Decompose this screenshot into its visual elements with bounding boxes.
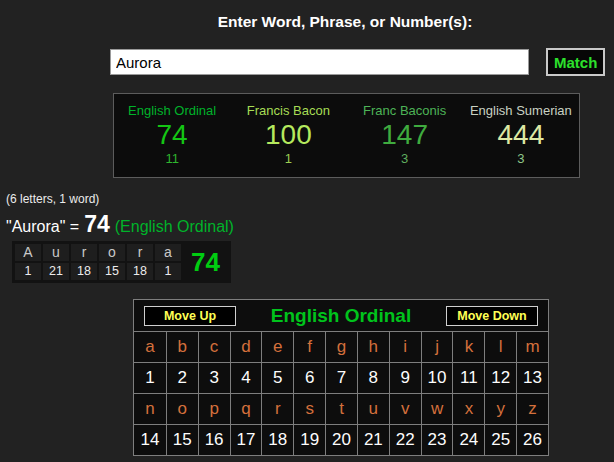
result-value: 74 (84, 211, 110, 238)
breakdown-total: 74 (191, 247, 220, 278)
chart-letter-cell: p (198, 394, 230, 424)
cipher-value[interactable]: 100 (230, 119, 346, 151)
chart-letter-cell: l (484, 332, 516, 362)
chart-letter-cell: c (198, 332, 230, 362)
result-phrase: "Aurora" = (6, 218, 79, 236)
chart-number-cell: 15 (166, 425, 198, 455)
cipher-card-francis-bacon[interactable]: Francis Bacon 100 1 (230, 94, 346, 177)
chart-number-cell: 24 (452, 425, 484, 455)
chart-letter-cell: f (293, 332, 325, 362)
chart-number-cell: 13 (516, 363, 548, 393)
breakdown-letter: A (15, 244, 41, 261)
cipher-card-english-ordinal[interactable]: English Ordinal 74 11 (114, 94, 230, 177)
chart-letter-cell: z (516, 394, 548, 424)
chart-letter-cell: o (166, 394, 198, 424)
chart-letter-cell: h (357, 332, 389, 362)
chart-letter-cell: x (452, 394, 484, 424)
chart-letter-cell: w (421, 394, 453, 424)
chart-number-cell: 20 (325, 425, 357, 455)
chart-number-cell: 19 (293, 425, 325, 455)
chart-number-cell: 21 (357, 425, 389, 455)
chart-letter-cell: a (134, 332, 166, 362)
chart-number-cell: 2 (166, 363, 198, 393)
breakdown-letter: u (43, 244, 69, 261)
page-title: Enter Word, Phrase, or Number(s): (100, 13, 590, 31)
chart-header: Move Up English Ordinal Move Down (134, 300, 548, 331)
chart-letter-cell: y (484, 394, 516, 424)
chart-letter-cell: q (230, 394, 262, 424)
breakdown-letter-value: 15 (99, 263, 125, 280)
chart-number-cell: 16 (198, 425, 230, 455)
breakdown-letter: r (71, 244, 97, 261)
breakdown-letter-value: 18 (127, 263, 153, 280)
cipher-name: Francis Bacon (230, 103, 346, 119)
cipher-value[interactable]: 147 (347, 119, 463, 151)
phrase-input[interactable] (110, 49, 529, 75)
cipher-reduction-value: 1 (230, 151, 346, 167)
chart-letter-cell: b (166, 332, 198, 362)
move-up-button[interactable]: Move Up (144, 306, 236, 326)
chart-letter-cell: t (325, 394, 357, 424)
chart-number-cell: 18 (261, 425, 293, 455)
chart-number-cell: 1 (134, 363, 166, 393)
chart-number-cell: 22 (389, 425, 421, 455)
chart-letter-cell: v (389, 394, 421, 424)
cipher-name: Franc Baconis (347, 103, 463, 119)
chart-letter-cell: r (261, 394, 293, 424)
chart-number-cell: 6 (293, 363, 325, 393)
result-cipher-name: (English Ordinal) (115, 218, 234, 236)
chart-number-cell: 3 (198, 363, 230, 393)
cipher-reduction-value: 3 (463, 151, 579, 167)
chart-number-cell: 10 (421, 363, 453, 393)
chart-number-cell: 17 (230, 425, 262, 455)
breakdown-letter-value: 1 (155, 263, 181, 280)
cipher-results-panel: English Ordinal 74 11 Francis Bacon 100 … (113, 93, 580, 178)
chart-number-cell: 25 (484, 425, 516, 455)
chart-letter-cell: n (134, 394, 166, 424)
cipher-card-english-sumerian[interactable]: English Sumerian 444 3 (463, 94, 579, 177)
cipher-card-franc-baconis[interactable]: Franc Baconis 147 3 (347, 94, 463, 177)
chart-letter-cell: m (516, 332, 548, 362)
breakdown-letter: a (155, 244, 181, 261)
chart-number-cell: 5 (261, 363, 293, 393)
chart-letter-cell: k (452, 332, 484, 362)
chart-number-cell: 9 (389, 363, 421, 393)
chart-letter-cell: g (325, 332, 357, 362)
cipher-value[interactable]: 74 (114, 119, 230, 151)
breakdown-letter-value: 18 (71, 263, 97, 280)
chart-letter-cell: i (389, 332, 421, 362)
match-button[interactable]: Match (546, 48, 605, 76)
chart-number-cell: 11 (452, 363, 484, 393)
cipher-reduction-value: 11 (114, 151, 230, 167)
chart-number-cell: 23 (421, 425, 453, 455)
chart-number-cell: 12 (484, 363, 516, 393)
breakdown-letter-value: 21 (43, 263, 69, 280)
letter-word-count: (6 letters, 1 word) (6, 192, 99, 206)
chart-letter-cell: u (357, 394, 389, 424)
chart-number-cell: 4 (230, 363, 262, 393)
chart-letter-cell: e (261, 332, 293, 362)
cipher-reduction-value: 3 (347, 151, 463, 167)
breakdown-letter: r (127, 244, 153, 261)
chart-letter-cell: d (230, 332, 262, 362)
chart-number-cell: 14 (134, 425, 166, 455)
chart-title: English Ordinal (271, 305, 411, 327)
chart-letter-cell: j (421, 332, 453, 362)
cipher-name: English Ordinal (114, 103, 230, 119)
chart-number-cell: 7 (325, 363, 357, 393)
letter-breakdown-table: Aurora 1211815181 74 (12, 241, 231, 283)
move-down-button[interactable]: Move Down (446, 306, 538, 326)
breakdown-letter: o (99, 244, 125, 261)
cipher-name: English Sumerian (463, 103, 579, 119)
chart-number-cell: 8 (357, 363, 389, 393)
breakdown-letter-value: 1 (15, 263, 41, 280)
chart-number-cell: 26 (516, 425, 548, 455)
result-summary: "Aurora" = 74 (English Ordinal) (6, 211, 234, 238)
cipher-chart-english-ordinal: Move Up English Ordinal Move Down abcdef… (133, 299, 549, 456)
chart-letter-cell: s (293, 394, 325, 424)
cipher-value[interactable]: 444 (463, 119, 579, 151)
